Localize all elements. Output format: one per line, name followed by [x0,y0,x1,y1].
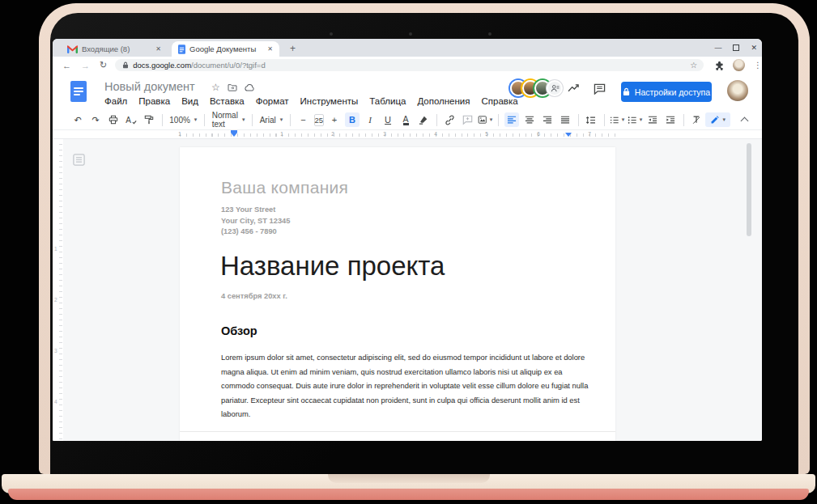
menu-addons[interactable]: Дополнения [417,96,470,106]
bulleted-list-button[interactable]: ▾ [628,112,642,127]
minimize-icon[interactable]: — [714,44,721,52]
url-path: /document/u/0/?tgif=d [191,61,266,70]
close-window-icon[interactable]: ✕ [751,44,757,52]
cloud-status-icon[interactable] [245,84,255,91]
editing-mode-button[interactable]: ▾ [705,112,730,127]
increase-font-size-button[interactable]: + [327,112,342,127]
move-folder-icon[interactable] [228,83,237,91]
increase-indent-button[interactable] [663,112,678,127]
menu-help[interactable]: Справка [482,96,518,106]
menu-view[interactable]: Вид [181,96,198,106]
menu-file[interactable]: Файл [104,96,127,106]
text-color-button[interactable]: A [398,112,413,127]
toolbar-right-group: ▾ [705,112,762,127]
numbered-list-button[interactable]: ▾ [610,112,624,127]
indent-icon [666,116,675,125]
align-center-icon [525,116,534,125]
camera-dot [330,32,333,36]
ruler-number: 1 [178,131,181,137]
ruler-ticks [180,133,615,137]
tab-gmail[interactable]: Входящие (8) ✕ [61,41,168,57]
extensions-puzzle-icon[interactable] [715,61,724,70]
menu-format[interactable]: Формат [256,96,289,106]
add-comment-button[interactable] [460,112,474,127]
align-center-button[interactable] [522,112,537,127]
bold-button[interactable]: B [345,112,360,127]
bookmark-star-icon[interactable]: ☆ [690,61,697,70]
decrease-font-size-button[interactable]: − [296,112,311,127]
address-line: Your City, ST 12345 [221,216,290,227]
tab-google-docs[interactable]: Google Документы ✕ [172,41,279,57]
ruler-number: 3 [54,348,57,354]
text-color-icon: A [403,115,409,125]
url-domain: docs.google.com [133,61,191,70]
browser-menu-icon[interactable]: ⋮ [754,61,762,70]
document-canvas: 1 2 3 4 Ваша компания 123 Your Street Yo… [53,139,762,441]
menu-table[interactable]: Таблица [369,96,406,106]
collapse-toolbar-icon[interactable] [741,117,749,125]
back-icon[interactable]: ← [62,61,71,70]
project-title: Название проекта [220,251,445,282]
align-left-button[interactable] [504,112,519,127]
address-bar[interactable]: docs.google.com/document/u/0/?tgif=d ☆ [115,59,704,71]
vertical-ruler[interactable]: 1 2 3 4 [53,139,63,441]
show-outline-button[interactable] [71,152,86,167]
browser-profile-avatar[interactable] [733,59,745,71]
document-title[interactable]: Новый документ [104,80,195,93]
close-tab-icon[interactable]: ✕ [266,45,274,53]
laptop-base-edge [8,489,809,500]
paint-format-button[interactable] [142,112,156,127]
link-icon [445,115,455,125]
chevron-down-icon: ▾ [280,116,283,123]
new-tab-button[interactable]: + [285,41,300,56]
paragraph-style-select[interactable]: Normal text ▾ [209,111,249,129]
title-actions: ☆ [211,82,255,93]
forward-icon[interactable]: → [81,61,90,70]
share-button[interactable]: Настройки доступа [621,82,712,102]
align-right-button[interactable] [540,112,555,127]
ruler-number: 3 [383,131,386,137]
tab-label: Google Документы [189,44,262,53]
justify-button[interactable] [558,112,572,127]
undo-icon: ↶ [74,115,81,125]
add-person-icon[interactable] [547,80,563,96]
menu-tools[interactable]: Инструменты [300,96,359,106]
line-spacing-button[interactable] [584,112,598,127]
comments-icon[interactable] [594,83,606,95]
redo-button[interactable]: ↷ [88,112,103,127]
horizontal-ruler[interactable]: 1 1 2 3 4 5 6 7 [53,130,762,139]
insert-link-button[interactable] [442,112,457,127]
ruler-number: 6 [537,131,540,137]
zoom-select[interactable]: 100% ▾ [166,116,200,125]
reload-icon[interactable]: ↻ [100,60,107,70]
numbered-list-icon [610,116,619,125]
window-controls: — ✕ [714,39,759,57]
google-docs-logo[interactable] [70,81,87,102]
activity-trend-icon[interactable] [568,83,580,93]
undo-button[interactable]: ↶ [70,112,85,127]
underline-button[interactable]: U [381,112,395,127]
highlight-color-button[interactable] [416,112,431,127]
font-size-input[interactable]: 25 [314,114,325,126]
close-tab-icon[interactable]: ✕ [154,45,163,53]
menu-insert[interactable]: Вставка [210,96,245,106]
font-family-select[interactable]: Arial ▾ [257,116,287,125]
decrease-indent-button[interactable] [645,112,660,127]
paint-roller-icon [144,115,154,125]
pencil-icon [710,116,719,125]
star-icon[interactable]: ☆ [211,82,220,93]
italic-button[interactable]: I [363,112,377,127]
document-page[interactable]: Ваша компания 123 Your Street Your City,… [180,147,615,441]
spellcheck-button[interactable]: A [124,112,138,127]
clear-formatting-button[interactable] [689,112,704,127]
address-line: (123) 456 - 7890 [221,227,290,238]
menu-edit[interactable]: Правка [138,96,170,106]
insert-image-button[interactable]: ▾ [478,112,492,127]
print-button[interactable] [106,112,121,127]
maximize-icon[interactable] [733,44,739,51]
camera-icon [409,32,412,36]
plus-icon: + [332,115,337,125]
account-avatar[interactable] [727,80,748,101]
document-scrollbar[interactable] [747,143,751,236]
ruler-number: 1 [54,246,57,252]
